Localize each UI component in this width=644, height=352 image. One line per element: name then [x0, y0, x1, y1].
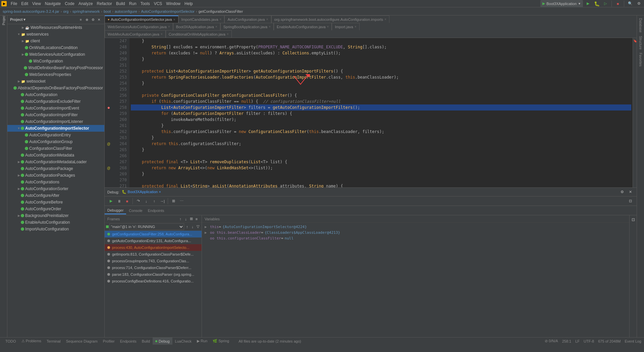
status-eventlog[interactable]: Event Log: [625, 339, 641, 343]
frame-item-4[interactable]: processGroupImports:743, ConfigurationCl…: [105, 258, 202, 264]
tree-item-autoconfig-exclude[interactable]: AutoConfigurationExcludeFilter: [7, 98, 104, 105]
frame-item-0[interactable]: getConfigurationClassFilter:258, AutoCon…: [105, 231, 202, 237]
tab-close-3[interactable]: ×: [266, 17, 268, 21]
debug-stop[interactable]: ■: [123, 197, 131, 205]
status-tab-debug[interactable]: Debug: [153, 338, 172, 345]
debug-more[interactable]: ⋯: [178, 197, 185, 205]
status-lf[interactable]: LF: [575, 339, 580, 343]
tab-autoconfiguration[interactable]: AutoConfiguration.java ×: [224, 15, 271, 23]
debug-restore[interactable]: ⊡: [627, 197, 634, 205]
thread-selector[interactable]: "main"@1 in 'n': RUNNING: [109, 223, 184, 230]
expand-btn[interactable]: ⊕: [84, 17, 90, 23]
tree-item-web-resources[interactable]: ▶ ☕ WebResourcesRuntimeHints: [7, 24, 104, 31]
frames-action-3[interactable]: ⊞: [189, 217, 194, 221]
status-memory[interactable]: 675 of 2048M: [598, 339, 621, 343]
debug-evaluate[interactable]: ⊞: [170, 197, 177, 205]
debug-close[interactable]: ✕: [627, 188, 634, 196]
status-tab-lua[interactable]: LuaCheck: [172, 338, 195, 345]
frame-item-1[interactable]: getAutoConfigurationEntry:131, AutoConfi…: [105, 237, 202, 244]
tab-boot3xapp[interactable]: Boot3XApplication.java ×: [173, 23, 220, 30]
tab-close-10[interactable]: ×: [161, 32, 163, 36]
menu-edit[interactable]: Edit: [19, 1, 30, 7]
debug-tab-debugger[interactable]: Debugger: [105, 207, 126, 214]
frames-action-2[interactable]: ↓: [183, 217, 188, 221]
menu-code[interactable]: Code: [63, 1, 76, 7]
settings-button[interactable]: ⚙: [635, 0, 643, 7]
tree-item-autoconfig-metadata-loader[interactable]: ▶ AutoConfigurationMetadataLoader: [7, 159, 104, 165]
breadcrumb-springframework[interactable]: springframework: [72, 9, 100, 13]
tree-item-autoconfigurations[interactable]: AutoConfigurations: [7, 179, 104, 185]
tab-close-6[interactable]: ×: [215, 25, 217, 29]
tree-item-config-classfilter[interactable]: ConfigurationClassFilter: [7, 145, 104, 152]
tree-item-abstractdepends[interactable]: AbstractDependsOnBeanFactoryPostProcesso…: [7, 85, 104, 91]
coverage-button[interactable]: ▷: [602, 0, 609, 7]
menu-view[interactable]: View: [30, 1, 43, 7]
breadcrumb-boot[interactable]: boot: [104, 9, 111, 13]
breadcrumb-jar[interactable]: spring-boot-autoconfigure-3.2.4.jar: [3, 9, 59, 13]
debug-tab-console[interactable]: Console: [126, 207, 145, 214]
tree-item-wsconfig[interactable]: WsConfiguration: [7, 58, 104, 64]
menu-window[interactable]: Window: [164, 1, 182, 7]
tree-item-autoconfig-package[interactable]: AutoConfigurationPackage: [7, 165, 104, 172]
menu-navigate[interactable]: Navigate: [43, 1, 63, 7]
tree-item-autoconfig-entry[interactable]: AutoConfigurationEntry: [7, 132, 104, 138]
tree-item-wsautoconfig[interactable]: ▶ WebServicesAutoConfiguration: [7, 51, 104, 58]
frame-item-3[interactable]: getImports:813, ConfigurationClassParser…: [105, 251, 202, 258]
menu-refactor[interactable]: Refactor: [95, 1, 114, 7]
tab-close-4[interactable]: ×: [384, 17, 386, 21]
tree-item-wsdl[interactable]: WsdlDefinitionBeanFactoryPostProcessor: [7, 64, 104, 71]
tree-item-autoconfig-before[interactable]: AutoConfigureBefore: [7, 199, 104, 206]
frame-item-2[interactable]: process:430, AutoConfigurationImportSele…: [105, 244, 202, 251]
frame-item-5[interactable]: process:714, ConfigurationClassParser$De…: [105, 264, 202, 271]
tree-item-bg-preinit[interactable]: ▶ BackgroundPreinitializer: [7, 212, 104, 219]
menu-run[interactable]: Run: [127, 1, 139, 7]
tree-item-autoconfig-group[interactable]: AutoConfigurationGroup: [7, 138, 104, 145]
tree-item-autoconfig-metadata[interactable]: AutoConfigurationMetadata: [7, 152, 104, 159]
var-configclassfilter[interactable]: oo this.configurationClassFilter = null: [205, 235, 627, 241]
tab-importcandidates[interactable]: ImportCandidates.java ×: [178, 15, 225, 23]
tab-close-5[interactable]: ×: [168, 25, 170, 29]
var-expand-icon[interactable]: ▶: [205, 230, 209, 235]
tab-enableautoconfig[interactable]: EnableAutoConfiguration.java ×: [274, 23, 332, 30]
status-tab-spring[interactable]: 🌿 Spring: [210, 338, 232, 345]
tab-springbootapp[interactable]: SpringBootApplication.java ×: [220, 23, 274, 30]
tab-autoconfiguration-imports[interactable]: org.springframework.boot.autoconfigure.A…: [271, 15, 390, 23]
tree-item-autoconfig-after[interactable]: AutoConfigureAfter: [7, 192, 104, 199]
debug-run-to-cursor[interactable]: →|: [159, 197, 166, 205]
breadcrumb-autoconfigure[interactable]: autoconfigure: [115, 9, 137, 13]
tab-close-9[interactable]: ×: [355, 25, 357, 29]
menu-help[interactable]: Help: [182, 1, 195, 7]
debug-resume[interactable]: ▶: [107, 197, 115, 205]
debug-tab-endpoints[interactable]: Endpoints: [145, 207, 167, 214]
status-tab-problems[interactable]: ⚠ Problems: [19, 338, 44, 345]
tree-item-autoconfig[interactable]: AutoConfiguration: [7, 91, 104, 98]
stop-button[interactable]: ■: [614, 0, 622, 7]
status-tab-terminal[interactable]: Terminal: [44, 338, 63, 345]
thread-filter[interactable]: ▽: [196, 223, 200, 230]
menu-analyze[interactable]: Analyze: [76, 1, 95, 7]
debug-step-into[interactable]: ↓: [143, 197, 150, 205]
thread-down[interactable]: ↓: [190, 223, 195, 230]
debug-pause[interactable]: ⏸: [115, 197, 123, 205]
menu-vcs[interactable]: VCS: [152, 1, 164, 7]
frame-item-6[interactable]: parse:183, ConfigurationClassParser (org…: [105, 271, 202, 278]
status-tab-profiler[interactable]: Profiler: [100, 338, 117, 345]
var-this[interactable]: ▶ this = {AutoConfigurationImportSelecto…: [205, 224, 627, 230]
var-expand-icon[interactable]: ▶: [205, 225, 209, 229]
tree-item-import-autoconfig[interactable]: ImportAutoConfiguration: [7, 226, 104, 232]
code-editor[interactable]: ● @ @ 247 248: [105, 38, 637, 187]
status-tab-sequence[interactable]: Sequence Diagram: [63, 338, 100, 345]
tree-item-autoconfig-selector[interactable]: ▼ AutoConfigurationImportSelector: [7, 125, 104, 132]
tab-close-7[interactable]: ×: [269, 25, 271, 29]
breadcrumb-org[interactable]: org: [63, 9, 68, 13]
close-panel-btn[interactable]: ✕: [96, 17, 102, 23]
tree-item-websocket[interactable]: ▶ 📁 websocket: [7, 78, 104, 85]
tab-conditionalonwebapp[interactable]: ConditionalOnWebApplication.java ×: [166, 30, 232, 38]
tree-item-autoconfig-packages[interactable]: ▶ AutoConfigurationPackages: [7, 172, 104, 179]
tree-item-webservices[interactable]: ▼ 📁 webservices: [7, 31, 104, 38]
tree-item-autoconfig-sorter[interactable]: ▶ AutoConfigurationSorter: [7, 185, 104, 192]
status-tab-run[interactable]: ▶ Run: [194, 338, 210, 345]
tab-webmvcautoconfig[interactable]: WebMvcAutoConfiguration.java ×: [105, 30, 166, 38]
status-git[interactable]: ⊘ 0/N/A: [545, 339, 558, 343]
tree-item-autoconfig-event[interactable]: AutoConfigurationImportEvent: [7, 105, 104, 112]
